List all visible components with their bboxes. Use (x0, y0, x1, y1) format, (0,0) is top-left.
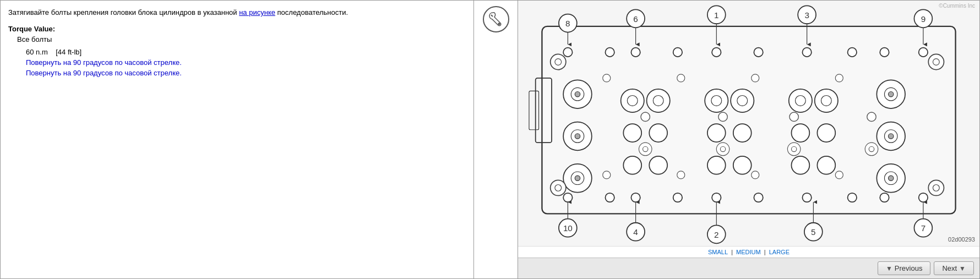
svg-point-93 (802, 193, 811, 202)
svg-point-114 (643, 146, 648, 151)
size-links-bar: SMALL | MEDIUM | LARGE (518, 246, 979, 258)
icon-panel (474, 1, 518, 278)
svg-point-91 (712, 193, 721, 202)
svg-point-102 (555, 185, 562, 192)
instruction-link: на рисунке (239, 8, 275, 17)
svg-point-104 (933, 185, 940, 192)
torque-item-3: Повернуть на 90 градусов по часовой стре… (26, 69, 466, 77)
instruction-text-after: последовательности. (275, 8, 348, 17)
svg-point-63 (711, 96, 722, 106)
svg-point-58 (623, 124, 641, 142)
svg-point-66 (707, 124, 726, 142)
previous-label: Previous (895, 264, 923, 272)
image-code: 02d00293 (948, 236, 975, 243)
svg-point-50 (575, 134, 580, 139)
svg-point-94 (848, 193, 857, 202)
svg-line-1 (491, 15, 493, 17)
svg-text:1: 1 (714, 10, 718, 20)
svg-point-96 (919, 193, 928, 202)
separator-2: | (764, 249, 767, 255)
svg-point-73 (821, 96, 831, 106)
separator-1: | (731, 249, 734, 255)
svg-point-109 (603, 171, 611, 179)
torque-item-1-value: 60 n.m (26, 48, 48, 56)
image-panel: ©Cummins Inc 8 6 1 3 (518, 1, 979, 278)
torque-item-1: 60 n.m [44 ft-lb] (26, 48, 466, 56)
svg-rect-44 (529, 91, 539, 129)
text-panel: Затягивайте болты крепления головки блок… (1, 1, 474, 278)
size-small-link[interactable]: SMALL (708, 249, 728, 255)
svg-point-67 (733, 124, 752, 142)
svg-point-107 (752, 74, 759, 82)
svg-point-76 (791, 156, 809, 174)
svg-point-116 (720, 146, 725, 151)
svg-point-57 (653, 96, 663, 106)
torque-item-2: Повернуть на 90 градусов по часовой стре… (26, 58, 466, 67)
svg-point-118 (791, 146, 796, 151)
svg-text:2: 2 (714, 230, 718, 239)
svg-point-42 (919, 48, 928, 57)
svg-point-108 (835, 74, 843, 82)
svg-point-47 (575, 91, 580, 96)
svg-point-111 (752, 171, 759, 179)
svg-point-121 (641, 112, 650, 121)
size-medium-link[interactable]: MEDIUM (736, 249, 761, 255)
svg-point-68 (707, 156, 726, 174)
svg-point-39 (802, 48, 811, 57)
next-label: Next (942, 264, 957, 272)
svg-text:6: 6 (633, 14, 638, 24)
svg-point-86 (889, 176, 894, 180)
main-container: Затягивайте болты крепления головки блок… (0, 0, 980, 279)
navigation-bar: ▼ Previous Next ▼ (518, 258, 979, 278)
svg-point-83 (889, 134, 894, 139)
svg-point-105 (603, 74, 611, 82)
svg-point-71 (796, 96, 806, 106)
svg-point-38 (754, 48, 763, 57)
svg-point-61 (649, 156, 667, 174)
torque-list: 60 n.m [44 ft-lb] Повернуть на 90 градус… (26, 48, 466, 77)
torque-item-3-text: Повернуть на 90 градусов по часовой стре… (26, 69, 182, 77)
svg-point-40 (848, 48, 857, 57)
svg-point-90 (673, 193, 682, 202)
svg-point-123 (790, 112, 798, 121)
svg-text:9: 9 (921, 14, 925, 24)
previous-arrow-icon: ▼ (886, 265, 892, 272)
svg-point-53 (575, 176, 580, 180)
svg-point-106 (677, 74, 685, 82)
svg-point-77 (817, 156, 835, 174)
torque-item-1-imperial: [44 ft-lb] (56, 48, 81, 56)
wrench-icon (483, 6, 509, 32)
svg-point-59 (649, 124, 667, 142)
svg-point-89 (631, 193, 640, 202)
svg-point-55 (627, 96, 638, 106)
svg-point-120 (869, 146, 874, 151)
svg-text:4: 4 (633, 227, 638, 237)
image-area: ©Cummins Inc 8 6 1 3 (518, 1, 979, 246)
svg-point-95 (880, 193, 889, 202)
svg-point-88 (605, 193, 614, 202)
svg-point-122 (718, 112, 727, 121)
svg-point-92 (754, 193, 763, 202)
svg-text:3: 3 (804, 10, 809, 20)
svg-point-33 (563, 48, 572, 57)
svg-point-74 (791, 124, 809, 142)
previous-button[interactable]: ▼ Previous (878, 261, 930, 275)
svg-text:7: 7 (921, 223, 925, 233)
svg-point-36 (673, 48, 682, 57)
torque-sub-label: Все болты (17, 35, 466, 43)
next-button[interactable]: Next ▼ (934, 261, 974, 275)
svg-point-80 (889, 91, 894, 96)
size-large-link[interactable]: LARGE (769, 249, 790, 255)
svg-point-41 (880, 48, 889, 57)
svg-point-0 (498, 23, 500, 25)
wrench-svg (487, 10, 505, 28)
instruction-text-before: Затягивайте болты крепления головки блок… (8, 8, 237, 17)
svg-point-87 (563, 193, 572, 202)
svg-point-75 (817, 124, 835, 142)
svg-text:10: 10 (563, 223, 573, 233)
svg-point-98 (555, 59, 562, 65)
svg-point-35 (631, 48, 640, 57)
svg-point-69 (733, 156, 752, 174)
svg-point-124 (867, 112, 876, 121)
torque-label: Torque Value: (8, 25, 466, 33)
